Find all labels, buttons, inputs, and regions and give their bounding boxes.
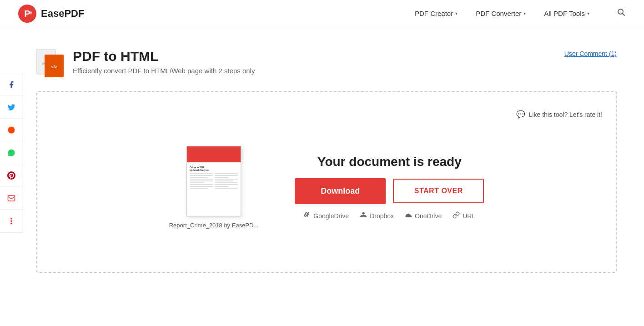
doc-ready-area: Crime in 2018:Updated Analysis <box>51 137 602 238</box>
googledrive-icon <box>303 211 311 221</box>
svg-line-3 <box>623 14 625 16</box>
download-button[interactable]: Download <box>295 178 386 204</box>
svg-point-7 <box>11 220 12 221</box>
cloud-upload-row: GoogleDrive Dropbox OneDrive <box>303 211 475 221</box>
nav-all-pdf-tools[interactable]: All PDF Tools ▾ <box>544 10 589 17</box>
all-tools-chevron-icon: ▾ <box>587 11 589 16</box>
page-title: PDF to HTML <box>73 49 255 64</box>
document-ready-title: Your document is ready <box>317 155 462 169</box>
document-preview: Crime in 2018:Updated Analysis <box>169 146 259 229</box>
document-actions: Your document is ready Download START OV… <box>295 155 484 221</box>
svg-point-8 <box>11 223 12 224</box>
social-twitter-button[interactable] <box>0 96 23 119</box>
speech-bubble-icon: 💬 <box>516 110 525 119</box>
thumb-col-left <box>190 173 213 190</box>
header: P EasePDF PDF Creator ▾ PDF Converter ▾ … <box>0 0 644 27</box>
page-header: PDF </> PDF to HTML Efficiently convert … <box>36 45 617 77</box>
thumb-columns <box>190 173 238 190</box>
svg-text:</>: </> <box>51 65 57 69</box>
googledrive-label: GoogleDrive <box>313 212 349 220</box>
html-file-icon: </> <box>45 55 64 77</box>
rate-tool-link[interactable]: 💬 Like this tool? Let's rate it! <box>516 110 602 119</box>
thumb-header <box>187 146 241 162</box>
svg-point-6 <box>11 218 12 219</box>
document-filename: Report_Crime_2018 by EasePD... <box>169 222 259 229</box>
action-buttons: Download START OVER <box>295 178 484 204</box>
main-card: 💬 Like this tool? Let's rate it! Crime i… <box>36 91 617 273</box>
social-more-button[interactable] <box>0 210 23 232</box>
thumb-body: Crime in 2018:Updated Analysis <box>187 162 241 193</box>
url-label: URL <box>463 212 475 220</box>
start-over-button[interactable]: START OVER <box>393 179 484 203</box>
dropbox-label: Dropbox <box>370 212 394 220</box>
onedrive-option[interactable]: OneDrive <box>405 211 442 221</box>
main-nav: PDF Creator ▾ PDF Converter ▾ All PDF To… <box>415 8 626 19</box>
logo-area[interactable]: P EasePDF <box>18 5 84 23</box>
url-icon <box>453 211 460 221</box>
nav-pdf-converter[interactable]: PDF Converter ▾ <box>476 10 526 17</box>
page-content: PDF </> PDF to HTML Efficiently convert … <box>0 27 644 291</box>
dropbox-option[interactable]: Dropbox <box>360 211 394 221</box>
svg-rect-5 <box>8 196 15 201</box>
page-subtitle: Efficiently convert PDF to HTML/Web page… <box>73 67 255 75</box>
onedrive-label: OneDrive <box>415 212 442 220</box>
social-reddit-button[interactable] <box>0 119 23 141</box>
social-pinterest-button[interactable] <box>0 164 23 187</box>
svg-text:P: P <box>24 9 30 19</box>
thumb-col-right <box>215 173 238 190</box>
social-facebook-button[interactable] <box>0 73 23 96</box>
social-sidebar <box>0 73 23 233</box>
rate-tool-area: 💬 Like this tool? Let's rate it! <box>51 110 602 119</box>
social-whatsapp-button[interactable] <box>0 141 23 164</box>
page-title-group: PDF to HTML Efficiently convert PDF to H… <box>73 49 255 75</box>
thumb-title: Crime in 2018:Updated Analysis <box>190 166 238 171</box>
rate-tool-text: Like this tool? Let's rate it! <box>529 111 602 118</box>
logo-icon: P <box>18 5 36 23</box>
url-option[interactable]: URL <box>453 211 475 221</box>
file-icon-container: PDF </> <box>36 45 64 77</box>
document-thumbnail: Crime in 2018:Updated Analysis <box>186 146 241 216</box>
page-header-left: PDF </> PDF to HTML Efficiently convert … <box>36 45 255 77</box>
pdf-creator-chevron-icon: ▾ <box>455 11 458 16</box>
onedrive-icon <box>405 211 412 221</box>
logo-text: EasePDF <box>41 8 84 20</box>
user-comment-link[interactable]: User Comment (1) <box>564 50 617 57</box>
googledrive-option[interactable]: GoogleDrive <box>303 211 349 221</box>
social-email-button[interactable] <box>0 187 23 210</box>
search-button[interactable] <box>617 8 626 19</box>
dropbox-icon <box>360 211 367 221</box>
pdf-converter-chevron-icon: ▾ <box>523 11 526 16</box>
nav-pdf-creator[interactable]: PDF Creator ▾ <box>415 10 458 17</box>
